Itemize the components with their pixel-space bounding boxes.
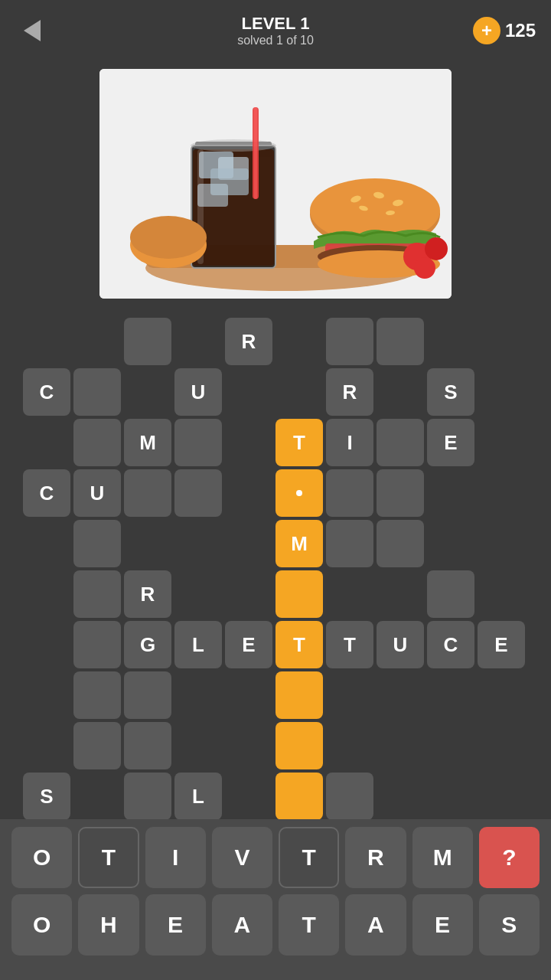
svg-rect-14 [254,107,257,199]
letter-row-2: OHEATAES [11,894,540,956]
grid-cell[interactable] [276,722,323,769]
grid-cell[interactable]: C [427,621,474,668]
letter-button[interactable]: E [145,894,206,956]
grid-cell[interactable]: R [124,570,171,618]
letter-row-1: OTIVTRM? [11,827,540,888]
grid-cell[interactable]: R [225,318,272,365]
grid-cell[interactable] [326,318,373,365]
level-title: LEVEL 1 [237,14,314,34]
grid-container: RCURSMTIECUMRGLETTUCESL [15,314,536,758]
letter-button[interactable]: H [78,894,139,956]
grid-cell[interactable] [326,773,373,820]
grid-cell[interactable] [377,318,424,365]
header-center: LEVEL 1 solved 1 of 10 [237,14,314,47]
coins-count: 125 [505,20,536,41]
letter-button[interactable]: T [78,827,139,888]
grid-cell[interactable] [276,570,323,618]
grid-cell[interactable] [377,419,424,466]
grid-cell[interactable] [377,469,424,517]
solved-label: solved 1 of 10 [237,34,314,47]
letter-button[interactable]: E [412,894,473,956]
grid-cell[interactable]: L [174,621,222,668]
grid-cell[interactable] [73,520,121,567]
letter-button[interactable]: R [345,827,406,888]
back-button[interactable] [15,14,49,47]
back-icon [24,20,41,41]
grid-cell[interactable]: L [174,773,222,820]
image-area [0,61,551,306]
svg-point-28 [425,237,448,260]
grid-cell[interactable] [124,773,171,820]
letter-button[interactable]: V [212,827,272,888]
letter-button[interactable]: O [11,827,72,888]
grid-cell[interactable]: C [23,368,70,416]
svg-point-26 [130,216,207,259]
grid-cell[interactable]: S [427,368,474,416]
letter-bank: OTIVTRM? OHEATAES [0,819,551,980]
header: LEVEL 1 solved 1 of 10 + 125 [0,0,551,61]
grid-cell[interactable] [124,671,171,719]
coins-area: + 125 [473,17,536,44]
crossword-area: RCURSMTIECUMRGLETTUCESL [0,306,551,766]
letter-button[interactable]: M [412,827,473,888]
grid-cell[interactable]: U [174,368,222,416]
grid-cell[interactable] [174,469,222,517]
letter-button[interactable]: S [479,894,540,956]
grid-cell[interactable] [276,773,323,820]
grid-cell[interactable] [73,368,121,416]
grid-cell[interactable] [124,469,171,517]
grid-cell[interactable] [124,318,171,365]
grid-cell[interactable] [73,621,121,668]
letter-button[interactable]: T [279,894,339,956]
grid-cell[interactable] [276,671,323,719]
grid-cell[interactable]: M [124,419,171,466]
letter-button[interactable]: A [345,894,406,956]
letter-button[interactable]: T [279,827,339,888]
grid-cell[interactable]: E [478,621,525,668]
grid-cell[interactable]: I [326,419,373,466]
grid-cell[interactable]: M [276,520,323,567]
grid-cell[interactable] [73,570,121,618]
grid-cell[interactable] [276,469,323,517]
letter-button[interactable]: ? [479,827,540,888]
grid-cell[interactable] [73,722,121,769]
grid-cell[interactable] [73,671,121,719]
grid-cell[interactable]: E [427,419,474,466]
grid-cell[interactable]: T [326,621,373,668]
letter-button[interactable]: I [145,827,206,888]
grid-cell[interactable]: U [73,469,121,517]
grid-cell[interactable]: U [377,621,424,668]
grid-cell[interactable]: T [276,419,323,466]
svg-point-12 [191,139,276,152]
grid-cell[interactable] [124,722,171,769]
grid-cell[interactable]: E [225,621,272,668]
grid-cell[interactable]: R [326,368,373,416]
grid-cell[interactable] [326,520,373,567]
grid-cell[interactable]: C [23,469,70,517]
grid-cell[interactable] [377,520,424,567]
grid-cell[interactable]: G [124,621,171,668]
grid-cell[interactable] [326,469,373,517]
letter-button[interactable]: A [212,894,272,956]
svg-point-29 [414,257,435,279]
grid-cell[interactable] [73,419,121,466]
letter-button[interactable]: O [11,894,72,956]
grid-cell[interactable]: T [276,621,323,668]
grid-cell[interactable]: S [23,773,70,820]
add-coins-button[interactable]: + [473,17,500,44]
grid-cell[interactable] [427,570,474,618]
game-image [99,69,452,299]
grid-cell[interactable] [174,419,222,466]
